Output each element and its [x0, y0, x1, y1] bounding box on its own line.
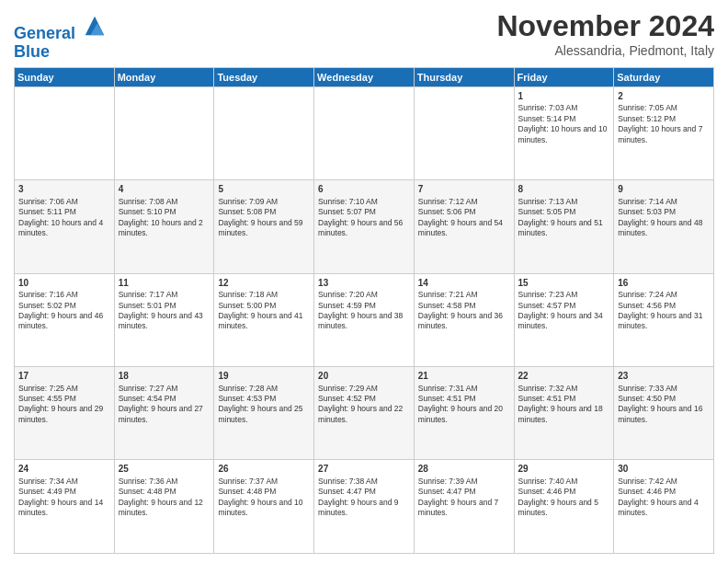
day-number: 22	[518, 370, 610, 383]
week-row-4: 24Sunrise: 7:34 AMSunset: 4:49 PMDayligh…	[15, 460, 714, 554]
calendar: SundayMondayTuesdayWednesdayThursdayFrid…	[14, 67, 714, 554]
day-info: Sunrise: 7:17 AM	[119, 290, 210, 300]
calendar-cell: 13Sunrise: 7:20 AMSunset: 4:59 PMDayligh…	[314, 273, 415, 366]
calendar-cell: 27Sunrise: 7:38 AMSunset: 4:47 PMDayligh…	[314, 460, 415, 554]
calendar-cell: 17Sunrise: 7:25 AMSunset: 4:55 PMDayligh…	[15, 367, 115, 460]
day-info: Sunset: 5:01 PM	[119, 301, 210, 311]
day-info: Daylight: 9 hours and 20 minutes.	[418, 404, 510, 425]
calendar-cell: 26Sunrise: 7:37 AMSunset: 4:48 PMDayligh…	[214, 460, 314, 554]
day-header-friday: Friday	[514, 67, 614, 86]
calendar-cell: 29Sunrise: 7:40 AMSunset: 4:46 PMDayligh…	[514, 460, 614, 554]
day-info: Sunrise: 7:36 AM	[119, 477, 210, 487]
title-block: November 2024 Alessandria, Piedmont, Ita…	[496, 9, 714, 58]
day-info: Daylight: 9 hours and 43 minutes.	[119, 311, 210, 332]
day-info: Sunset: 4:59 PM	[318, 301, 410, 311]
day-info: Sunrise: 7:10 AM	[318, 197, 410, 207]
day-number: 17	[18, 370, 110, 383]
day-number: 21	[418, 370, 510, 383]
calendar-cell	[114, 86, 214, 179]
month-title: November 2024	[496, 9, 714, 43]
day-number: 24	[18, 463, 110, 476]
calendar-cell: 11Sunrise: 7:17 AMSunset: 5:01 PMDayligh…	[114, 273, 214, 366]
day-info: Sunset: 4:47 PM	[318, 487, 410, 497]
day-info: Daylight: 9 hours and 29 minutes.	[18, 404, 110, 425]
day-info: Sunset: 4:57 PM	[518, 301, 610, 311]
calendar-cell: 21Sunrise: 7:31 AMSunset: 4:51 PMDayligh…	[414, 367, 514, 460]
day-number: 5	[218, 183, 310, 196]
day-info: Daylight: 9 hours and 9 minutes.	[318, 498, 410, 519]
day-info: Sunrise: 7:20 AM	[318, 290, 410, 300]
day-info: Daylight: 9 hours and 7 minutes.	[418, 498, 510, 519]
day-info: Daylight: 9 hours and 38 minutes.	[318, 311, 410, 332]
day-info: Daylight: 9 hours and 22 minutes.	[318, 404, 410, 425]
day-info: Sunset: 5:06 PM	[418, 207, 510, 217]
day-info: Daylight: 9 hours and 18 minutes.	[518, 404, 610, 425]
day-number: 6	[318, 183, 410, 196]
day-info: Sunset: 4:48 PM	[119, 487, 210, 497]
day-info: Sunrise: 7:29 AM	[318, 384, 410, 394]
day-header-tuesday: Tuesday	[214, 67, 314, 86]
day-info: Sunrise: 7:06 AM	[18, 197, 110, 207]
day-info: Sunrise: 7:25 AM	[18, 384, 110, 394]
day-info: Daylight: 9 hours and 54 minutes.	[418, 218, 510, 239]
day-info: Daylight: 10 hours and 7 minutes.	[618, 124, 710, 145]
calendar-cell: 3Sunrise: 7:06 AMSunset: 5:11 PMDaylight…	[15, 180, 115, 273]
day-header-monday: Monday	[114, 67, 214, 86]
calendar-cell: 5Sunrise: 7:09 AMSunset: 5:08 PMDaylight…	[214, 180, 314, 273]
day-info: Sunrise: 7:40 AM	[518, 477, 610, 487]
day-info: Sunrise: 7:38 AM	[318, 477, 410, 487]
day-number: 10	[18, 277, 110, 290]
week-row-2: 10Sunrise: 7:16 AMSunset: 5:02 PMDayligh…	[15, 273, 714, 366]
day-number: 26	[218, 463, 310, 476]
day-number: 12	[218, 277, 310, 290]
logo: General Blue	[14, 13, 108, 62]
day-number: 7	[418, 183, 510, 196]
calendar-cell: 14Sunrise: 7:21 AMSunset: 4:58 PMDayligh…	[414, 273, 514, 366]
day-info: Sunset: 4:58 PM	[418, 301, 510, 311]
day-info: Daylight: 9 hours and 31 minutes.	[618, 311, 710, 332]
calendar-cell: 2Sunrise: 7:05 AMSunset: 5:12 PMDaylight…	[614, 86, 714, 179]
day-info: Sunset: 5:00 PM	[218, 301, 310, 311]
day-info: Sunset: 4:47 PM	[418, 487, 510, 497]
day-info: Sunrise: 7:42 AM	[618, 477, 710, 487]
day-info: Sunset: 4:51 PM	[518, 394, 610, 404]
calendar-cell: 10Sunrise: 7:16 AMSunset: 5:02 PMDayligh…	[15, 273, 115, 366]
day-info: Daylight: 9 hours and 27 minutes.	[119, 404, 210, 425]
day-header-sunday: Sunday	[15, 67, 115, 86]
day-info: Daylight: 9 hours and 25 minutes.	[218, 404, 310, 425]
day-info: Daylight: 9 hours and 59 minutes.	[218, 218, 310, 239]
day-number: 30	[618, 463, 710, 476]
day-info: Daylight: 10 hours and 2 minutes.	[119, 218, 210, 239]
day-info: Daylight: 10 hours and 4 minutes.	[18, 218, 110, 239]
header: General Blue November 2024 Alessandria, …	[14, 9, 714, 62]
day-info: Sunset: 5:03 PM	[618, 207, 710, 217]
page: General Blue November 2024 Alessandria, …	[0, 0, 728, 563]
day-info: Daylight: 9 hours and 14 minutes.	[18, 498, 110, 519]
calendar-cell: 23Sunrise: 7:33 AMSunset: 4:50 PMDayligh…	[614, 367, 714, 460]
day-info: Sunrise: 7:13 AM	[518, 197, 610, 207]
day-info: Sunset: 4:56 PM	[618, 301, 710, 311]
location: Alessandria, Piedmont, Italy	[496, 43, 714, 58]
calendar-cell	[314, 86, 415, 179]
day-info: Sunset: 4:55 PM	[18, 394, 110, 404]
day-info: Sunset: 5:11 PM	[18, 207, 110, 217]
day-info: Sunrise: 7:37 AM	[218, 477, 310, 487]
day-info: Sunset: 4:51 PM	[418, 394, 510, 404]
day-number: 20	[318, 370, 410, 383]
day-number: 18	[119, 370, 210, 383]
day-info: Sunrise: 7:14 AM	[618, 197, 710, 207]
calendar-header-row: SundayMondayTuesdayWednesdayThursdayFrid…	[15, 67, 714, 86]
day-number: 2	[618, 90, 710, 103]
day-info: Sunset: 4:54 PM	[119, 394, 210, 404]
day-number: 11	[119, 277, 210, 290]
calendar-cell: 1Sunrise: 7:03 AMSunset: 5:14 PMDaylight…	[514, 86, 614, 179]
day-info: Sunrise: 7:33 AM	[618, 384, 710, 394]
calendar-cell	[414, 86, 514, 179]
calendar-cell	[214, 86, 314, 179]
day-header-wednesday: Wednesday	[314, 67, 415, 86]
day-number: 27	[318, 463, 410, 476]
day-info: Sunset: 4:46 PM	[518, 487, 610, 497]
day-info: Sunrise: 7:12 AM	[418, 197, 510, 207]
day-info: Sunrise: 7:21 AM	[418, 290, 510, 300]
day-info: Sunrise: 7:03 AM	[518, 103, 610, 113]
